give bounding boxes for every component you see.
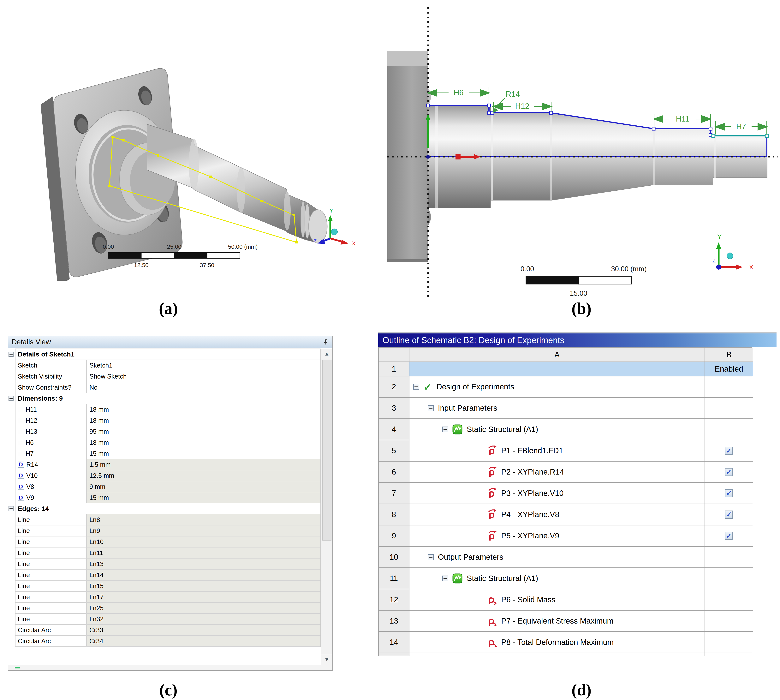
column-header-b[interactable]: B [705, 348, 753, 362]
edge-value[interactable]: Ln13 [87, 558, 320, 569]
edge-value[interactable]: Ln11 [87, 547, 320, 558]
dimension-value[interactable]: 1.5 mm [87, 459, 320, 470]
collapse-icon[interactable] [8, 352, 13, 357]
scroll-down-icon[interactable] [321, 654, 332, 665]
collapse-icon[interactable] [8, 396, 13, 401]
dimension-checkbox[interactable] [18, 440, 23, 445]
dimension-h12[interactable]: H12 [493, 102, 551, 112]
collapse-icon[interactable] [428, 405, 433, 411]
edge-row: Line Ln17 [15, 592, 320, 603]
edge-value[interactable]: Ln9 [87, 525, 320, 536]
output-parameter-p7[interactable]: P7 - Equivalent Stress Maximum [410, 611, 705, 632]
dimension-checkbox[interactable] [18, 418, 23, 423]
enabled-cell[interactable] [705, 504, 753, 525]
enabled-cell[interactable] [705, 568, 753, 589]
collapse-icon[interactable] [413, 384, 419, 390]
dimension-row: H7 15 mm [15, 448, 320, 459]
input-parameter-p4[interactable]: P4 - XYPlane.V8 [410, 504, 705, 525]
input-parameter-p3[interactable]: P3 - XYPlane.V10 [410, 483, 705, 504]
enabled-cell[interactable] [705, 398, 753, 419]
row1-cell[interactable] [410, 362, 705, 377]
pin-icon[interactable] [322, 339, 329, 345]
tree-item-static-structural[interactable]: Static Structural (A1) [410, 419, 705, 440]
tree-item-static-structural[interactable]: Static Structural (A1) [410, 568, 705, 589]
dimension-value[interactable]: 95 mm [87, 426, 320, 437]
tree-item-design-of-experiments[interactable]: Design of Experiments [410, 377, 705, 398]
output-parameter-p6[interactable]: P6 - Solid Mass [410, 589, 705, 611]
edge-value[interactable]: Cr33 [87, 625, 320, 635]
design-parameter-marker[interactable]: D [18, 495, 24, 501]
dimension-value[interactable]: 18 mm [87, 404, 320, 415]
section-header-details-of-sketch1[interactable]: Details of Sketch1 [15, 349, 320, 360]
enabled-cell[interactable] [705, 632, 753, 653]
enabled-cell[interactable] [705, 525, 753, 547]
design-parameter-marker[interactable]: D [18, 483, 24, 490]
scroll-up-icon[interactable] [321, 348, 332, 359]
collapse-icon[interactable] [428, 554, 433, 560]
output-parameter-p8[interactable]: P8 - Total Deformation Maximum [410, 632, 705, 653]
property-value[interactable]: Sketch1 [87, 360, 320, 371]
input-parameter-p5[interactable]: P5 - XYPlane.V9 [410, 525, 705, 547]
row-number: 5 [379, 440, 410, 462]
dimension-value[interactable]: 18 mm [87, 415, 320, 426]
edge-value[interactable]: Cr34 [87, 636, 320, 647]
table-row: 2 Design of Experiments [379, 377, 752, 398]
enabled-cell[interactable] [705, 483, 753, 504]
section-header-edges[interactable]: Edges: 14 [15, 503, 320, 514]
enabled-cell[interactable] [705, 589, 753, 611]
edge-value[interactable]: Ln14 [87, 570, 320, 580]
status-dash [15, 667, 20, 668]
enabled-cell[interactable] [705, 419, 753, 440]
enabled-cell[interactable] [705, 611, 753, 632]
design-parameter-marker[interactable]: D [18, 473, 24, 479]
edge-value[interactable]: Ln17 [87, 592, 320, 602]
dimension-checkbox[interactable] [18, 407, 23, 412]
scale-label: 0.00 [520, 265, 534, 273]
figure-canvas: 0.00 25.00 50.00 (mm) 12.50 37.50 Y X Z [0, 0, 780, 700]
isometric-viewport[interactable]: 0.00 25.00 50.00 (mm) 12.50 37.50 Y X Z [12, 4, 362, 281]
section-header-dimensions[interactable]: Dimensions: 9 [15, 393, 320, 404]
z-axis-marker [716, 265, 721, 270]
enabled-cell[interactable] [705, 440, 753, 462]
checkbox-checked-icon[interactable] [725, 489, 733, 497]
column-header-a[interactable]: A [410, 348, 705, 362]
input-parameter-p2[interactable]: P2 - XYPlane.R14 [410, 462, 705, 483]
dimension-h6[interactable]: H6 [428, 87, 489, 105]
scrollbar[interactable] [321, 348, 332, 665]
sketch-viewport[interactable]: H6 R14 H12 H11 [377, 6, 780, 302]
enabled-cell[interactable] [705, 547, 753, 568]
property-value[interactable]: Show Sketch [87, 371, 320, 382]
input-parameter-p1[interactable]: P1 - FBlend1.FD1 [410, 440, 705, 462]
dimension-h11[interactable]: H11 [654, 114, 710, 127]
edge-value[interactable]: Ln25 [87, 603, 320, 613]
dimension-checkbox[interactable] [18, 451, 23, 456]
axis-triad[interactable]: Y X Z [712, 233, 753, 271]
dimension-value[interactable]: 15 mm [87, 492, 320, 503]
checkbox-checked-icon[interactable] [725, 468, 733, 476]
checkbox-checked-icon[interactable] [725, 532, 733, 540]
scroll-thumb[interactable] [322, 360, 332, 540]
collapse-icon[interactable] [8, 506, 13, 511]
edge-value[interactable]: Ln10 [87, 537, 320, 547]
collapse-icon[interactable] [442, 427, 448, 432]
dimension-value[interactable]: 15 mm [87, 448, 320, 459]
dimension-value[interactable]: 9 mm [87, 481, 320, 492]
enabled-cell[interactable] [705, 377, 753, 398]
edge-value[interactable]: Ln8 [87, 514, 320, 525]
collapse-icon[interactable] [442, 575, 448, 582]
tree-item-output-parameters[interactable]: Output Parameters [410, 547, 705, 568]
table-row: 8 P4 - XYPlane.V8 [379, 504, 752, 525]
property-value[interactable]: No [87, 382, 320, 393]
edge-value[interactable]: Ln32 [87, 614, 320, 624]
row-number: 13 [379, 611, 410, 632]
dimension-h7[interactable]: H7 [715, 121, 767, 135]
enabled-cell[interactable] [705, 462, 753, 483]
checkbox-checked-icon[interactable] [725, 447, 733, 455]
edge-value[interactable]: Ln15 [87, 581, 320, 591]
checkbox-checked-icon[interactable] [725, 510, 733, 519]
design-parameter-marker[interactable]: D [18, 462, 24, 468]
dimension-value[interactable]: 18 mm [87, 437, 320, 448]
dimension-value[interactable]: 12.5 mm [87, 470, 320, 481]
dimension-checkbox[interactable] [18, 429, 23, 434]
tree-item-input-parameters[interactable]: Input Parameters [410, 398, 705, 419]
